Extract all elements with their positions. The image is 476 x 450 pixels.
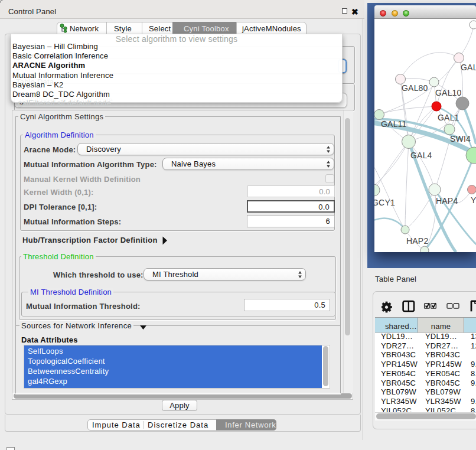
- svg-text:HAP2: HAP2: [406, 236, 428, 246]
- svg-text:GAL10: GAL10: [435, 88, 462, 97]
- svg-text:GAL7: GAL7: [461, 63, 476, 72]
- svg-text:YD: YD: [471, 195, 476, 205]
- svg-text:GAL1: GAL1: [438, 113, 459, 122]
- svg-text:HAP4: HAP4: [436, 196, 458, 206]
- svg-text:GCY1: GCY1: [374, 198, 395, 207]
- svg-text:GAL11: GAL11: [381, 119, 407, 129]
- svg-text:GAL4: GAL4: [410, 151, 432, 160]
- svg-text:SWI4: SWI4: [450, 134, 471, 144]
- svg-text:GAL80: GAL80: [402, 83, 428, 93]
